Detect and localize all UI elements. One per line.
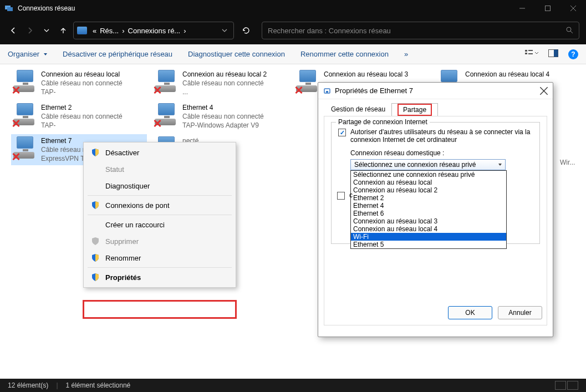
network-adapter-icon bbox=[13, 70, 37, 93]
allow-sharing-checkbox-row[interactable]: Autoriser d'autres utilisateurs du résea… bbox=[338, 128, 533, 144]
svg-rect-9 bbox=[525, 53, 527, 54]
ethernet-icon bbox=[323, 86, 332, 95]
selected-count: 1 élément sélectionné bbox=[66, 381, 131, 389]
disconnected-x-icon bbox=[153, 85, 162, 94]
chevron-left-icon: « bbox=[91, 27, 98, 35]
preview-pane-icon[interactable] bbox=[548, 49, 558, 59]
chevron-right-icon: › bbox=[121, 27, 125, 35]
tab-network[interactable]: Gestion de réseau bbox=[325, 103, 391, 116]
toolbar: Organiser Désactiver ce périphérique rés… bbox=[0, 44, 586, 64]
shield-icon bbox=[91, 273, 100, 282]
breadcrumb-seg2[interactable]: Connexions ré... bbox=[128, 27, 181, 35]
dialog-titlebar: Propriétés de Ethernet 7 bbox=[318, 83, 553, 99]
minimize-button[interactable] bbox=[509, 0, 535, 17]
separator bbox=[88, 267, 232, 268]
view-large-icon[interactable] bbox=[567, 381, 578, 390]
connection-item[interactable]: Connexion au réseau localCâble réseau no… bbox=[11, 68, 150, 99]
ctx-rename[interactable]: Renommer bbox=[85, 250, 234, 266]
select-option[interactable]: Wi-Fi bbox=[351, 233, 506, 241]
view-list-icon[interactable] bbox=[525, 49, 538, 59]
disconnected-x-icon bbox=[153, 119, 162, 128]
allow-sharing-label: Autoriser d'autres utilisateurs du résea… bbox=[350, 128, 533, 144]
select-option[interactable]: Connexion au réseau local bbox=[351, 179, 506, 186]
diagnose-button[interactable]: Diagnostiquer cette connexion bbox=[188, 50, 285, 58]
dialog-tabs: Gestion de réseau Partage bbox=[318, 99, 553, 116]
svg-rect-15 bbox=[326, 91, 328, 93]
separator bbox=[88, 215, 232, 215]
back-button[interactable] bbox=[7, 24, 20, 37]
annotation-highlight: Partage bbox=[398, 104, 432, 116]
svg-rect-11 bbox=[528, 53, 533, 54]
window-title: Connexions réseau bbox=[18, 4, 75, 12]
ctx-delete: Supprimer bbox=[85, 233, 234, 250]
rename-button[interactable]: Renommer cette connexion bbox=[300, 50, 389, 58]
view-details-icon[interactable] bbox=[555, 381, 566, 390]
disable-device-button[interactable]: Désactiver ce périphérique réseau bbox=[63, 50, 172, 58]
help-icon[interactable]: ? bbox=[568, 49, 578, 59]
home-connection-select[interactable]: Sélectionnez une connexion réseau privé … bbox=[350, 159, 506, 170]
select-option[interactable]: Sélectionnez une connexion réseau privé bbox=[351, 171, 506, 179]
connection-item[interactable]: Connexion au réseau local 2Câble réseau … bbox=[152, 68, 291, 99]
chevron-right-icon: › bbox=[182, 27, 187, 35]
shield-icon bbox=[91, 237, 100, 246]
breadcrumb-dropdown[interactable] bbox=[219, 28, 230, 33]
network-adapter-icon bbox=[13, 136, 37, 160]
item-count: 12 élément(s) bbox=[8, 381, 48, 389]
select-option[interactable]: Ethernet 2 bbox=[351, 194, 506, 202]
search-icon bbox=[565, 26, 573, 35]
svg-rect-3 bbox=[546, 6, 551, 11]
select-option[interactable]: Connexion au réseau local 2 bbox=[351, 186, 506, 194]
select-option[interactable]: Ethernet 4 bbox=[351, 202, 506, 210]
select-dropdown: Sélectionnez une connexion réseau privéC… bbox=[350, 170, 507, 249]
forward-button[interactable] bbox=[23, 24, 37, 37]
up-button[interactable] bbox=[57, 24, 70, 37]
more-commands[interactable]: » bbox=[404, 50, 408, 58]
organize-menu[interactable]: Organiser bbox=[8, 50, 47, 58]
ok-button[interactable]: OK bbox=[448, 306, 492, 319]
close-icon[interactable] bbox=[539, 86, 548, 95]
select-option[interactable]: Connexion au réseau local 3 bbox=[351, 217, 506, 225]
divider: | bbox=[56, 381, 58, 389]
ctx-shortcut[interactable]: Créer un raccourci bbox=[85, 216, 234, 233]
network-adapter-icon bbox=[296, 70, 319, 93]
breadcrumb[interactable]: « Rés... › Connexions ré... › bbox=[73, 22, 234, 39]
svg-rect-1 bbox=[7, 7, 13, 11]
ctx-properties[interactable]: Propriétés bbox=[85, 269, 234, 286]
connection-item[interactable]: Ethernet 4Câble réseau non connectéTAP-W… bbox=[152, 101, 291, 132]
select-option[interactable]: Ethernet 5 bbox=[351, 241, 506, 248]
context-menu: Désactiver Statut Diagnostiquer Connexio… bbox=[83, 142, 236, 288]
maximize-button[interactable] bbox=[535, 0, 560, 17]
shield-icon bbox=[91, 148, 100, 157]
dialog-body: Partage de connexion Internet Autoriser … bbox=[324, 116, 547, 325]
checkbox-icon[interactable] bbox=[337, 192, 345, 200]
separator bbox=[88, 195, 232, 196]
ctx-status: Statut bbox=[85, 161, 234, 177]
breadcrumb-seg1[interactable]: Rés... bbox=[100, 27, 119, 35]
tab-sharing[interactable]: Partage bbox=[391, 103, 438, 116]
allow-control-label: c bbox=[349, 191, 353, 200]
search-input[interactable]: Rechercher dans : Connexions réseau bbox=[262, 22, 579, 39]
select-option[interactable]: Connexion au réseau local 4 bbox=[351, 225, 506, 233]
ctx-disable[interactable]: Désactiver bbox=[85, 144, 234, 161]
location-icon bbox=[77, 27, 87, 34]
svg-line-7 bbox=[570, 31, 573, 33]
network-adapter-icon bbox=[13, 103, 37, 126]
recent-dropdown[interactable] bbox=[40, 24, 53, 37]
refresh-button[interactable] bbox=[237, 26, 255, 35]
shield-icon bbox=[91, 253, 100, 262]
select-option[interactable]: Ethernet 6 bbox=[351, 210, 506, 217]
ctx-diagnose[interactable]: Diagnostiquer bbox=[85, 177, 234, 194]
svg-rect-13 bbox=[554, 50, 558, 57]
connection-item[interactable]: Ethernet 2Câble réseau non connectéTAP- bbox=[11, 101, 150, 132]
content-area: Connexion au réseau localCâble réseau no… bbox=[0, 64, 586, 379]
truncated-item: Wir... bbox=[560, 159, 575, 166]
properties-dialog: Propriétés de Ethernet 7 Gestion de rése… bbox=[318, 82, 553, 337]
network-adapter-icon bbox=[155, 70, 178, 93]
disconnected-x-icon bbox=[294, 85, 303, 94]
allow-control-checkbox-row[interactable]: c bbox=[337, 191, 353, 200]
svg-rect-8 bbox=[525, 50, 527, 52]
ctx-bridge[interactable]: Connexions de pont bbox=[85, 197, 234, 213]
checkbox-icon[interactable] bbox=[338, 129, 346, 136]
cancel-button[interactable]: Annuler bbox=[498, 306, 542, 319]
close-button[interactable] bbox=[560, 0, 586, 17]
